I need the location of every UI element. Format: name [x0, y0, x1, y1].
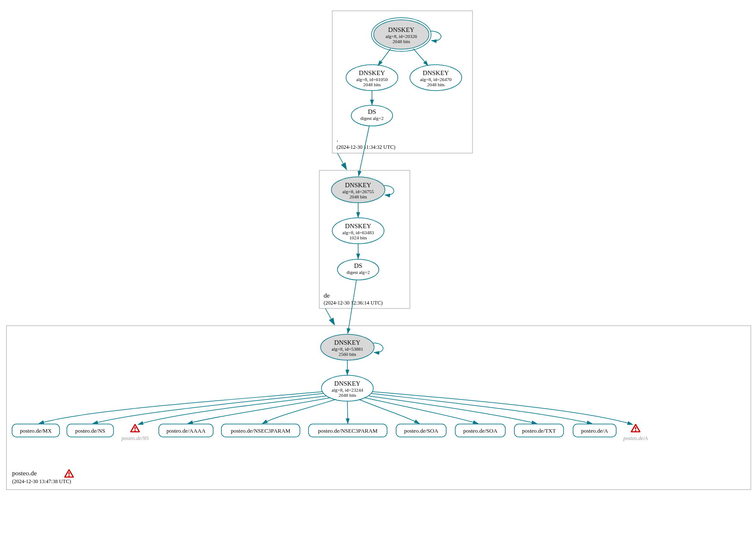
edge-root-to-de-zone [337, 153, 346, 169]
svg-text:2048 bits: 2048 bits [363, 82, 381, 87]
svg-text:posteo.de/SOA: posteo.de/SOA [404, 427, 438, 434]
svg-text:2048 bits: 2048 bits [427, 82, 445, 87]
node-root-ksk[interactable]: DNSKEY alg=8, id=20326 2048 bits [372, 18, 431, 51]
zone-posteo: posteo.de (2024-12-30 13:47:38 UTC) DNSK… [6, 326, 751, 490]
svg-text:DS: DS [368, 108, 376, 115]
svg-rect-31 [6, 326, 751, 490]
svg-text:DNSKEY: DNSKEY [345, 223, 372, 229]
svg-text:posteo.de/SOA: posteo.de/SOA [463, 427, 498, 434]
svg-text:2048 bits: 2048 bits [339, 393, 356, 398]
svg-text:posteo.de/MX: posteo.de/MX [20, 427, 52, 434]
svg-text:alg=8, id=20326: alg=8, id=20326 [386, 34, 417, 39]
edge-de-to-posteo-zone [325, 308, 334, 324]
svg-text:posteo.de/AAAA: posteo.de/AAAA [167, 427, 206, 434]
zone-de-name: de [324, 292, 330, 299]
svg-text:alg=8, id=23244: alg=8, id=23244 [332, 387, 363, 393]
rrset-ns[interactable]: posteo.de/NS [67, 424, 113, 437]
warning-icon [631, 424, 640, 432]
svg-text:posteo.de/NS: posteo.de/NS [121, 435, 149, 441]
edge-self-root-ksk [430, 31, 441, 41]
svg-text:DNSKEY: DNSKEY [423, 69, 449, 76]
svg-text:posteo.de/TXT: posteo.de/TXT [522, 427, 556, 434]
svg-text:posteo.de/A: posteo.de/A [623, 435, 648, 441]
svg-text:DNSKEY: DNSKEY [334, 339, 361, 346]
zone-posteo-time: (2024-12-30 13:47:38 UTC) [12, 478, 71, 484]
svg-text:2048 bits: 2048 bits [350, 194, 367, 199]
rrset-a-warn[interactable]: posteo.de/A [623, 424, 648, 441]
node-de-ksk[interactable]: DNSKEY alg=8, id=26755 2048 bits [331, 177, 385, 203]
rrset-soa-1[interactable]: posteo.de/SOA [396, 424, 446, 437]
rrset-a[interactable]: posteo.de/A [573, 424, 616, 437]
node-de-ds[interactable]: DS digest alg=2 [337, 259, 379, 280]
svg-text:DS: DS [354, 262, 362, 269]
edge-self-posteo-ksk [373, 343, 383, 352]
svg-text:alg=8, id=26470: alg=8, id=26470 [420, 77, 452, 82]
svg-text:posteo.de/A: posteo.de/A [581, 427, 608, 434]
node-root-zsk1[interactable]: DNSKEY alg=8, id=61050 2048 bits [346, 65, 398, 91]
node-posteo-ksk[interactable]: DNSKEY alg=8, id=53881 2560 bits [321, 334, 374, 360]
rrset-ns-warn[interactable]: posteo.de/NS [121, 424, 149, 441]
warning-icon[interactable] [65, 470, 73, 477]
node-root-ds[interactable]: DS digest alg=2 [351, 105, 393, 126]
svg-text:digest alg=2: digest alg=2 [360, 116, 384, 121]
svg-text:alg=8, id=53881: alg=8, id=53881 [332, 346, 363, 352]
svg-text:1024 bits: 1024 bits [350, 235, 367, 240]
svg-text:digest alg=2: digest alg=2 [346, 270, 370, 275]
svg-text:alg=8, id=61050: alg=8, id=61050 [356, 77, 388, 82]
svg-text:DNSKEY: DNSKEY [388, 26, 415, 33]
zone-root: . (2024-12-30 11:34:32 UTC) DNSKEY alg=8… [332, 11, 472, 153]
node-de-zsk[interactable]: DNSKEY alg=8, id=63483 1024 bits [332, 218, 384, 244]
svg-text:posteo.de/NSEC3PARAM: posteo.de/NSEC3PARAM [231, 427, 290, 434]
svg-text:DNSKEY: DNSKEY [359, 69, 385, 76]
rrset-nsec3param-2[interactable]: posteo.de/NSEC3PARAM [309, 424, 387, 437]
edge-self-de-ksk [384, 185, 394, 195]
svg-text:2560 bits: 2560 bits [339, 352, 356, 357]
rrset-soa-2[interactable]: posteo.de/SOA [455, 424, 505, 437]
svg-text:2048 bits: 2048 bits [393, 39, 410, 44]
node-root-zsk2[interactable]: DNSKEY alg=8, id=26470 2048 bits [410, 65, 462, 91]
edge-rootksk-zsk1 [378, 49, 391, 66]
zone-de: de (2024-12-30 12:36:14 UTC) DNSKEY alg=… [319, 170, 410, 308]
svg-text:posteo.de/NSEC3PARAM: posteo.de/NSEC3PARAM [318, 427, 378, 434]
warning-icon [131, 424, 139, 432]
svg-text:posteo.de/NS: posteo.de/NS [75, 427, 105, 434]
node-posteo-zsk[interactable]: DNSKEY alg=8, id=23244 2048 bits [321, 375, 373, 401]
edge-rootksk-zsk2 [413, 49, 428, 66]
zone-root-time: (2024-12-30 11:34:32 UTC) [337, 144, 395, 150]
zone-posteo-name: posteo.de [12, 470, 37, 477]
zone-root-name: . [337, 136, 338, 143]
rrset-mx[interactable]: posteo.de/MX [12, 424, 60, 437]
svg-text:alg=8, id=63483: alg=8, id=63483 [343, 230, 374, 235]
edge-deds-posteoksk [348, 280, 356, 333]
svg-text:alg=8, id=26755: alg=8, id=26755 [343, 189, 374, 194]
edge-rootds-deksk [359, 126, 369, 176]
svg-text:DNSKEY: DNSKEY [345, 182, 372, 189]
rrset-txt[interactable]: posteo.de/TXT [514, 424, 564, 437]
rrset-nsec3param-1[interactable]: posteo.de/NSEC3PARAM [221, 424, 300, 437]
svg-text:DNSKEY: DNSKEY [334, 380, 361, 387]
rrset-aaaa[interactable]: posteo.de/AAAA [159, 424, 213, 437]
